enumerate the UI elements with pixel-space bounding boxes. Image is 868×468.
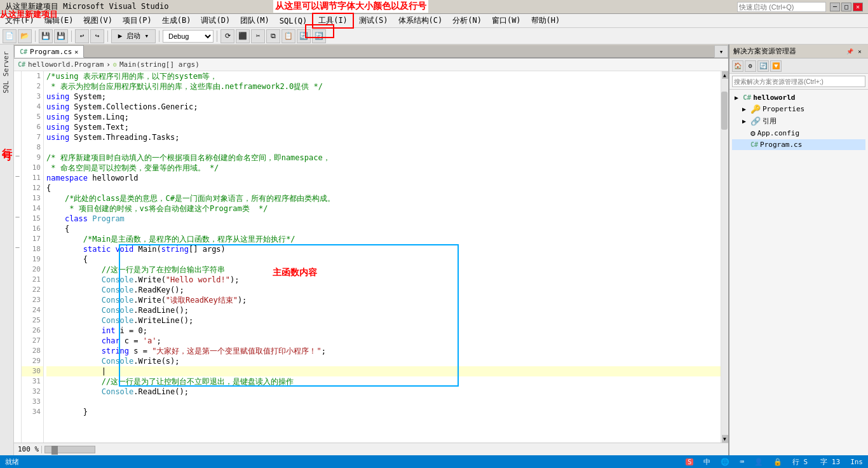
- menu-tools[interactable]: 工具(I): [312, 13, 354, 29]
- menu-build[interactable]: 生成(B): [157, 14, 196, 27]
- code-line-13: /*此处的class是类的意思，C#是一门面向对象语言，所有的程序都由类构成。: [46, 193, 721, 203]
- menu-architecture[interactable]: 体系结构(C): [393, 14, 448, 27]
- breadcrumb-namespace[interactable]: helloworld.Program: [28, 60, 104, 69]
- menu-debug[interactable]: 调试(D): [196, 14, 235, 27]
- menu-window[interactable]: 窗口(W): [487, 14, 526, 27]
- code-line-26: int i = 0;: [46, 326, 721, 336]
- menu-team[interactable]: 团队(M): [235, 14, 275, 27]
- code-line-33: [46, 397, 721, 407]
- tree-properties-expand: ▶: [742, 106, 749, 113]
- maximize-button[interactable]: □: [841, 3, 851, 11]
- toolbar-save-all[interactable]: 💾: [54, 29, 68, 43]
- line-num-12: 12: [22, 183, 43, 193]
- tree-programcs-icon: C#: [750, 141, 758, 148]
- toolbar-btn6[interactable]: 🔄: [297, 29, 311, 43]
- toolbar-btn5[interactable]: 📋: [281, 29, 295, 43]
- line-num-3: 3: [22, 92, 43, 102]
- line-num-29: 29: [22, 356, 43, 366]
- solution-filter-button[interactable]: 🔽: [770, 60, 782, 72]
- debug-mode-select[interactable]: Debug Release: [163, 30, 214, 43]
- tree-item-helloworld[interactable]: ▶ C# helloworld: [732, 92, 865, 103]
- code-content[interactable]: 主函数内容 /*using 表示程序引用的库，以下的system等， * 表示为…: [44, 71, 721, 443]
- tree-appconfig-icon: ⚙: [750, 128, 756, 138]
- status-ime-chinese[interactable]: 中: [703, 457, 710, 467]
- status-ins: Ins: [850, 458, 863, 466]
- code-line-4: using System.Collections.Generic;: [46, 102, 721, 112]
- toolbar-btn3[interactable]: ✂: [251, 29, 265, 43]
- close-button[interactable]: ✕: [853, 3, 863, 11]
- line-num-28: 28: [22, 346, 43, 356]
- toolbar-start[interactable]: ▶ 启动 ▾: [111, 29, 156, 43]
- menu-view[interactable]: 视图(V): [78, 14, 118, 27]
- sidebar-server-explorer[interactable]: SQL Server 对象资源管理器: [2, 45, 11, 96]
- breadcrumb-method[interactable]: Main(string[] args): [119, 60, 200, 69]
- code-line-25: Console.WriteLine();: [46, 315, 721, 326]
- tree-item-references[interactable]: ▶ 🔗 引用: [732, 115, 865, 127]
- menu-help[interactable]: 帮助(H): [526, 14, 566, 27]
- menu-edit[interactable]: 编辑(E): [39, 14, 79, 27]
- collapse-gutter: ─ ─ ─ ─: [14, 71, 22, 443]
- line-num-10: 10: [22, 163, 43, 173]
- line-num-6: 6: [22, 122, 43, 132]
- code-container: C# Program.cs ✕ ▾ C# helloworld.Program …: [14, 45, 728, 455]
- line-num-19: 19: [22, 254, 43, 265]
- toolbar-btn7[interactable]: 🔄: [312, 29, 326, 43]
- toolbar-undo[interactable]: ↩: [75, 29, 89, 43]
- solution-search-input[interactable]: [732, 76, 865, 87]
- breadcrumb-separator: ›: [106, 60, 111, 69]
- code-line-9: /* 程序新建项目时自动填入的一个根据项目名称创建的命名空间，即namespac…: [46, 153, 721, 163]
- zoom-slider[interactable]: [44, 446, 95, 453]
- menu-sql[interactable]: SQL(Q): [275, 15, 312, 27]
- toolbar-btn4[interactable]: ⧉: [266, 29, 280, 43]
- line-numbers: 1 2 3 4 5 6 7 8 9 10 11 12 13 14 15 16 1…: [22, 71, 44, 443]
- breadcrumb: C# helloworld.Program › ⚙ Main(string[] …: [14, 59, 728, 71]
- toolbar-btn1[interactable]: ⟳: [220, 29, 234, 43]
- solution-pin-button[interactable]: 📌: [845, 47, 854, 56]
- toolbar-open[interactable]: 📂: [18, 29, 32, 43]
- line-num-25: 25: [22, 315, 43, 326]
- editor-area[interactable]: ─ ─ ─ ─ 1 2 3 4 5 6 7 8 9 10 11 12: [14, 71, 728, 443]
- toolbar-redo[interactable]: ↪: [90, 29, 104, 43]
- code-line-17: /*Main是主函数，是程序的入口函数，程序从这里开始执行*/: [46, 234, 721, 244]
- toolbar-new[interactable]: 📄: [3, 29, 17, 43]
- scrollbar-down-button[interactable]: ▼: [722, 435, 728, 443]
- status-keyboard-icon: ⌨: [740, 458, 744, 466]
- title-bar: 从这里新建项目 Microsoft Visual Studio ─ □ ✕: [0, 0, 868, 14]
- quick-launch-input[interactable]: [737, 2, 826, 12]
- line-num-5: 5: [22, 112, 43, 122]
- solution-refresh-button[interactable]: 🔄: [757, 60, 769, 72]
- tree-solution-icon: C#: [743, 93, 751, 102]
- line-num-20: 20: [22, 265, 43, 275]
- menu-project[interactable]: 项目(P): [118, 14, 157, 27]
- zoom-slider-thumb[interactable]: [51, 446, 58, 455]
- tab-dropdown-button[interactable]: ▾: [714, 45, 728, 58]
- menu-analyze[interactable]: 分析(N): [447, 14, 487, 27]
- solution-close-button[interactable]: ✕: [855, 47, 864, 56]
- menu-file[interactable]: 文件(F): [0, 14, 39, 27]
- toolbar-save[interactable]: 💾: [39, 29, 53, 43]
- status-user-icon: 👤: [754, 458, 763, 466]
- tab-cs-icon: C#: [20, 48, 27, 55]
- editor-scrollbar[interactable]: ▲ ▼: [721, 71, 728, 443]
- code-line-1: /*using 表示程序引用的库，以下的system等，: [46, 71, 721, 81]
- solution-settings-button[interactable]: ⚙: [745, 60, 756, 72]
- toolbar-btn2[interactable]: ⬛: [236, 29, 250, 43]
- line-num-8: 8: [22, 142, 43, 153]
- tab-program-label: Program.cs: [30, 48, 72, 56]
- tree-item-programcs[interactable]: ▶ C# Program.cs: [732, 139, 865, 150]
- minimize-button[interactable]: ─: [830, 3, 840, 11]
- code-line-22: Console.ReadKey();: [46, 285, 721, 295]
- menu-test[interactable]: 测试(S): [354, 14, 393, 27]
- solution-home-button[interactable]: 🏠: [732, 60, 743, 72]
- scrollbar-up-button[interactable]: ▲: [722, 71, 728, 79]
- left-sidebar: SQL Server 对象资源管理器: [0, 45, 14, 455]
- scrollbar-track[interactable]: [721, 79, 728, 435]
- solution-explorer-title: 解决方案资源管理器: [733, 46, 796, 56]
- tree-item-appconfig[interactable]: ▶ ⚙ App.config: [732, 127, 865, 139]
- code-line-3: using System;: [46, 92, 721, 102]
- scrollbar-thumb[interactable]: [721, 92, 728, 130]
- tab-close-button[interactable]: ✕: [74, 48, 78, 55]
- line-num-22: 22: [22, 285, 43, 295]
- tree-item-properties[interactable]: ▶ 🔑 Properties: [732, 103, 865, 115]
- tab-program-cs[interactable]: C# Program.cs ✕: [14, 45, 84, 58]
